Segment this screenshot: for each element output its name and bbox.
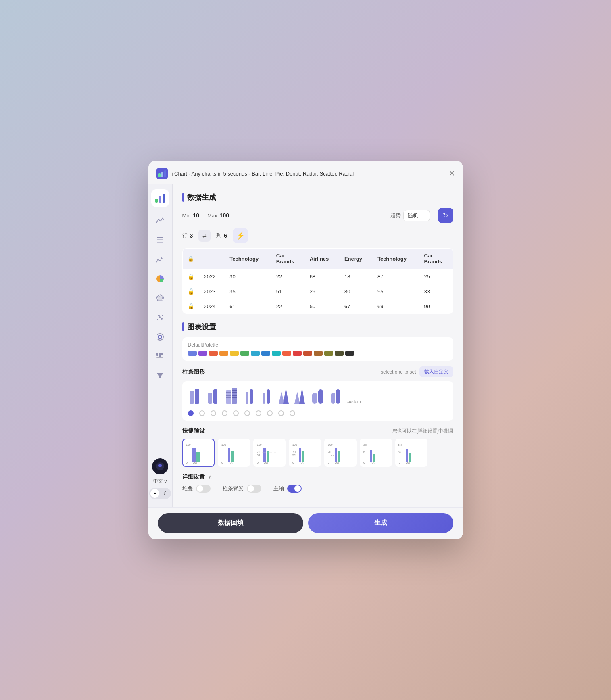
sidebar-item-pie[interactable] (151, 270, 169, 288)
shape-item-8[interactable] (311, 386, 324, 404)
lock-cell-2023[interactable]: 🔒 (182, 284, 199, 299)
sidebar-item-grid[interactable] (151, 347, 169, 365)
preset-item-1[interactable]: 100 0 AA (182, 439, 215, 467)
val-2024-brand1[interactable]: 22 (271, 299, 305, 314)
shape-item-7[interactable] (294, 386, 306, 404)
stack-toggle[interactable] (196, 485, 211, 493)
radio-3[interactable] (211, 410, 216, 416)
shape-item-1[interactable] (188, 386, 201, 404)
sidebar-item-line[interactable] (151, 212, 169, 230)
radio-8[interactable] (267, 410, 273, 416)
radio-6[interactable] (244, 410, 250, 416)
shape-item-custom[interactable]: custom (347, 399, 361, 404)
svg-marker-47 (283, 388, 289, 404)
theme-toggle[interactable]: ☀ ☾ (149, 488, 171, 499)
max-value[interactable]: 100 (220, 212, 229, 219)
val-2023-airlines[interactable]: 29 (305, 284, 340, 299)
user-avatar[interactable] (152, 458, 168, 474)
language-selector[interactable]: 中文 ∨ (153, 478, 167, 485)
header-year-col (199, 249, 225, 269)
swap-button[interactable]: ⇄ (198, 230, 211, 242)
svg-rect-9 (157, 242, 163, 243)
table-header: 🔒 Technology CarBrands Airlines Energy T… (182, 249, 453, 269)
header-tech2-col[interactable]: Technology (373, 249, 419, 269)
min-label: Min (182, 213, 191, 219)
sidebar-item-radial[interactable] (151, 328, 169, 346)
radio-5[interactable] (233, 410, 239, 416)
val-2024-airlines[interactable]: 50 (305, 299, 340, 314)
close-button[interactable]: ✕ (449, 170, 455, 177)
preset-item-5[interactable]: 100 70 52 0 AA (324, 439, 357, 467)
val-2022-energy[interactable]: 18 (340, 269, 373, 284)
svg-rect-52 (331, 393, 335, 404)
header-airlines-col[interactable]: Airlines (305, 249, 340, 269)
sidebar-item-radar[interactable] (151, 289, 169, 307)
select-hint: select one to set (381, 369, 416, 375)
axis-toggle[interactable] (287, 485, 302, 493)
sidebar-item-funnel[interactable] (151, 367, 169, 384)
val-2023-energy[interactable]: 80 (340, 284, 373, 299)
row-col-controls: 行 3 ⇄ 列 6 ⚡ (182, 228, 453, 243)
preset-item-7[interactable]: 160 80 0 AA (395, 439, 427, 467)
val-2022-tech2[interactable]: 87 (373, 269, 419, 284)
svg-rect-7 (157, 237, 163, 238)
shape-item-5[interactable] (261, 386, 272, 404)
lock-cell-2022[interactable]: 🔒 (182, 269, 199, 284)
val-2023-brand2[interactable]: 33 (419, 284, 453, 299)
dark-theme-btn[interactable]: ☾ (161, 489, 170, 498)
val-2023-tech1[interactable]: 35 (225, 284, 271, 299)
detail-header[interactable]: 详细设置 ∧ (182, 473, 453, 481)
val-2023-tech2[interactable]: 95 (373, 284, 419, 299)
custom-button[interactable]: 载入自定义 (419, 366, 453, 377)
radio-7[interactable] (256, 410, 261, 416)
generate-button[interactable]: 生成 (308, 513, 453, 533)
val-2024-tech2[interactable]: 69 (373, 299, 419, 314)
refresh-button[interactable]: ↻ (438, 208, 453, 223)
val-2023-brand1[interactable]: 51 (271, 284, 305, 299)
col-value[interactable]: 6 (224, 232, 227, 239)
fill-button[interactable]: 数据回填 (158, 513, 303, 533)
sidebar-bottom: 中文 ∨ ☀ ☾ (149, 458, 171, 502)
sidebar-item-list[interactable] (151, 231, 169, 249)
shape-item-2[interactable] (206, 386, 219, 404)
val-2024-tech1[interactable]: 61 (225, 299, 271, 314)
val-2022-brand1[interactable]: 22 (271, 269, 305, 284)
min-value[interactable]: 10 (193, 212, 199, 219)
shape-item-9[interactable] (330, 386, 341, 404)
header-tech1-col[interactable]: Technology (225, 249, 271, 269)
header-carbrand1-col[interactable]: CarBrands (271, 249, 305, 269)
radio-2[interactable] (199, 410, 205, 416)
year-2022[interactable]: 2022 (199, 269, 225, 284)
refresh-icon: ↻ (443, 212, 448, 219)
trend-select[interactable]: 随机 (403, 210, 430, 221)
preset-item-2[interactable]: 100 0 AA (218, 439, 250, 467)
header-energy-col[interactable]: Energy (340, 249, 373, 269)
lock-cell-2024[interactable]: 🔒 (182, 299, 199, 314)
shape-item-4[interactable] (244, 386, 255, 404)
radio-1[interactable] (188, 410, 194, 416)
year-2023[interactable]: 2023 (199, 284, 225, 299)
val-2024-energy[interactable]: 67 (340, 299, 373, 314)
shape-item-3[interactable] (225, 386, 238, 404)
svg-rect-40 (232, 395, 237, 396)
val-2024-brand2[interactable]: 99 (419, 299, 453, 314)
bar-bg-toggle[interactable] (247, 485, 261, 493)
val-2022-brand2[interactable]: 25 (419, 269, 453, 284)
preset-item-6[interactable]: 160 80 0 AA (360, 439, 392, 467)
preset-item-3[interactable]: 100 70 52 0 AA (253, 439, 286, 467)
val-2022-airlines[interactable]: 68 (305, 269, 340, 284)
sidebar-item-scatter2[interactable] (151, 309, 169, 326)
radio-9[interactable] (278, 410, 284, 416)
val-2022-tech1[interactable]: 30 (225, 269, 271, 284)
radio-4[interactable] (222, 410, 227, 416)
header-carbrand2-col[interactable]: CarBrands (419, 249, 453, 269)
shape-item-6[interactable] (277, 386, 289, 404)
row-value[interactable]: 3 (190, 232, 193, 239)
palette-container[interactable]: DefaultPalette (182, 337, 453, 361)
magic-button[interactable]: ⚡ (233, 228, 248, 243)
light-theme-btn[interactable]: ☀ (150, 489, 159, 498)
radio-10[interactable] (290, 410, 295, 416)
preset-item-4[interactable]: 100 70 52 0 AA (289, 439, 321, 467)
year-2024[interactable]: 2024 (199, 299, 225, 314)
sidebar-item-scatter[interactable] (151, 251, 169, 268)
